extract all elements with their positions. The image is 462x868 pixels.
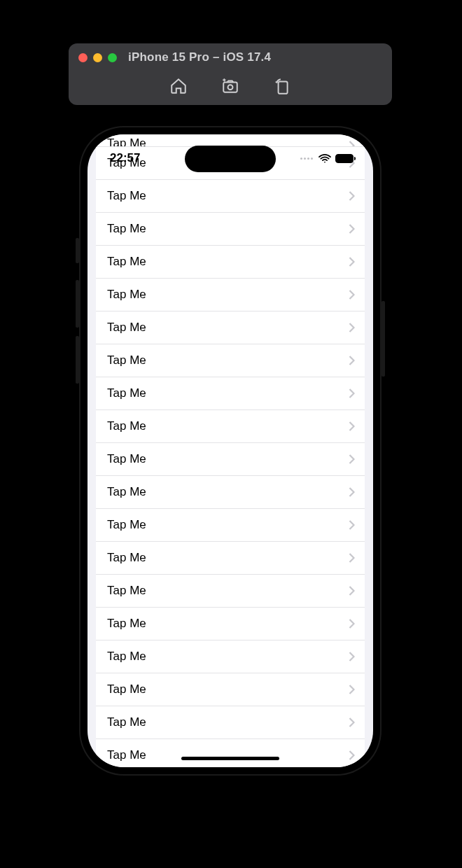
chevron-right-icon <box>349 257 355 267</box>
list-item-label: Tap Me <box>107 321 146 335</box>
list-item-label: Tap Me <box>107 617 146 631</box>
volume-down-button[interactable] <box>76 336 79 384</box>
home-indicator[interactable] <box>181 757 279 760</box>
chevron-right-icon <box>349 454 355 464</box>
list-item[interactable]: Tap Me <box>96 509 365 542</box>
chevron-right-icon <box>349 718 355 727</box>
list-item-label: Tap Me <box>107 584 146 598</box>
chevron-right-icon <box>349 520 355 530</box>
camera-icon <box>221 77 239 95</box>
rotate-icon <box>273 77 291 95</box>
volume-up-button[interactable] <box>76 280 79 328</box>
chevron-right-icon <box>349 553 355 563</box>
list-item[interactable]: Tap Me <box>96 344 365 377</box>
table-view: Tap MeTap MeTap MeTap MeTap MeTap MeTap … <box>96 134 365 767</box>
chevron-right-icon <box>349 224 355 234</box>
list-item-label: Tap Me <box>107 551 146 565</box>
chevron-right-icon <box>349 191 355 201</box>
list-item-label: Tap Me <box>107 518 146 532</box>
side-button[interactable] <box>382 301 385 377</box>
list-item[interactable]: Tap Me <box>96 640 365 673</box>
list-item-label: Tap Me <box>107 682 146 696</box>
list-item-label: Tap Me <box>107 715 146 729</box>
simulator-titlebar[interactable]: iPhone 15 Pro – iOS 17.4 <box>69 43 392 71</box>
list-item[interactable]: Tap Me <box>96 180 365 213</box>
chevron-right-icon <box>349 356 355 365</box>
action-button[interactable] <box>76 238 79 263</box>
list-item[interactable]: Tap Me <box>96 673 365 706</box>
list-item-label: Tap Me <box>107 255 146 269</box>
list-item[interactable]: Tap Me <box>96 279 365 312</box>
list-item-label: Tap Me <box>107 222 146 236</box>
list-item[interactable]: Tap Me <box>96 542 365 575</box>
list-item[interactable]: Tap Me <box>96 608 365 640</box>
chevron-right-icon <box>349 323 355 332</box>
screenshot-button[interactable] <box>220 76 241 97</box>
list-item-label: Tap Me <box>107 419 146 433</box>
list-item[interactable]: Tap Me <box>96 213 365 246</box>
simulator-toolbar <box>69 71 392 105</box>
chevron-right-icon <box>349 290 355 300</box>
list-item[interactable]: Tap Me <box>96 246 365 279</box>
list-item[interactable]: Tap Me <box>96 443 365 476</box>
list-item-label: Tap Me <box>107 189 146 203</box>
dynamic-island <box>185 146 276 172</box>
chevron-right-icon <box>349 652 355 662</box>
list-item-label: Tap Me <box>107 288 146 302</box>
list-item-label: Tap Me <box>107 485 146 499</box>
list-item[interactable]: Tap Me <box>96 575 365 608</box>
simulator-title: iPhone 15 Pro – iOS 17.4 <box>128 50 271 64</box>
chevron-right-icon <box>349 586 355 596</box>
svg-rect-0 <box>223 83 237 92</box>
chevron-right-icon <box>349 685 355 694</box>
list-item[interactable]: Tap Me <box>96 476 365 509</box>
list-item[interactable]: Tap Me <box>96 410 365 443</box>
list-item-label: Tap Me <box>107 452 146 466</box>
chevron-right-icon <box>349 421 355 431</box>
simulator-window: iPhone 15 Pro – iOS 17.4 <box>69 43 392 105</box>
list-item-label: Tap Me <box>107 748 146 762</box>
chevron-right-icon <box>349 487 355 497</box>
list-item-label: Tap Me <box>107 354 146 368</box>
list-scroll-area[interactable]: Tap MeTap MeTap MeTap MeTap MeTap MeTap … <box>88 134 373 767</box>
wifi-icon <box>318 154 331 163</box>
svg-rect-2 <box>279 82 288 94</box>
phone-screen: 22:57 Tap MeTap MeTap MeTap MeTap MeTap … <box>88 134 373 767</box>
svg-point-1 <box>228 85 233 90</box>
window-minimize-button[interactable] <box>93 53 102 62</box>
chevron-right-icon <box>349 750 355 760</box>
list-item[interactable]: Tap Me <box>96 312 365 344</box>
chevron-right-icon <box>349 619 355 629</box>
cellular-icon <box>300 158 313 160</box>
status-time: 22:57 <box>110 151 140 165</box>
list-item[interactable]: Tap Me <box>96 377 365 410</box>
chevron-right-icon <box>349 388 355 398</box>
list-item-label: Tap Me <box>107 386 146 400</box>
home-icon <box>169 77 188 95</box>
battery-icon <box>335 154 354 163</box>
list-item[interactable]: Tap Me <box>96 706 365 739</box>
list-item-label: Tap Me <box>107 650 146 664</box>
rotate-button[interactable] <box>272 76 293 97</box>
window-traffic-lights <box>78 53 117 62</box>
home-button[interactable] <box>168 76 189 97</box>
window-zoom-button[interactable] <box>108 53 117 62</box>
list-item[interactable]: Tap Me <box>96 739 365 767</box>
window-close-button[interactable] <box>78 53 88 62</box>
phone-frame: 22:57 Tap MeTap MeTap MeTap MeTap MeTap … <box>79 126 382 776</box>
